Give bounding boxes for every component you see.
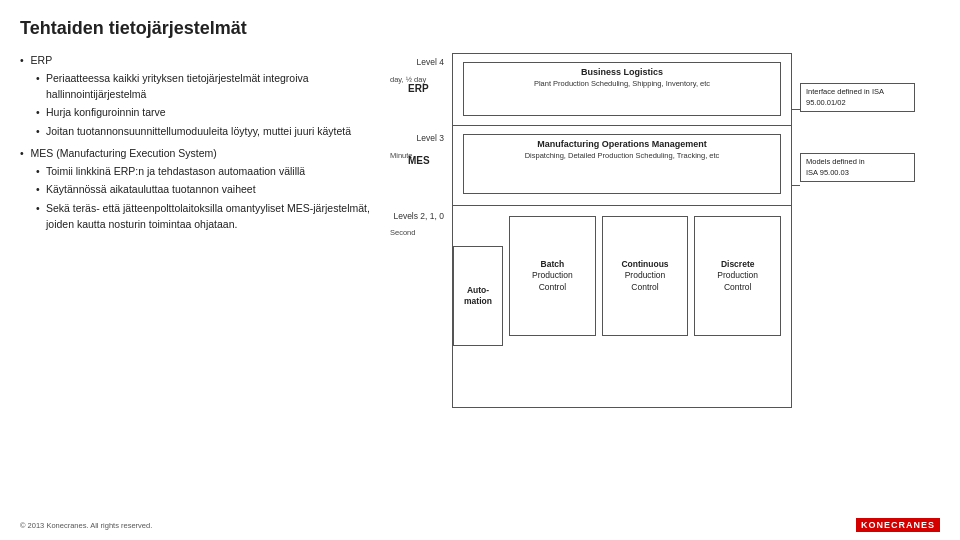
row-bottom: Auto-mation Batch Production Control [453, 206, 791, 409]
erp-subitem-2: Hurja konfiguroinnin tarve [36, 105, 370, 121]
row-mes: Manufacturing Operations Management Disp… [453, 126, 791, 206]
erp-subitems: Periaatteessa kaikki yrityksen tietojärj… [20, 71, 370, 140]
isa-diagram: Business Logistics Plant Production Sche… [390, 53, 920, 443]
annotation-isa-2: Models defined in ISA 95.00.03 [800, 153, 915, 182]
connector-line-2 [792, 185, 800, 186]
mes-subitem-3: Sekä teräs- että jätteenpolttolaitoksill… [36, 201, 370, 233]
list-item-erp: • ERP Periaatteessa kaikki yrityksen tie… [20, 53, 370, 140]
connector-line-1 [792, 109, 800, 110]
footer: © 2013 Konecranes. All rights reserved. … [20, 518, 940, 532]
left-text: • ERP Periaatteessa kaikki yrityksen tie… [20, 53, 370, 443]
level-labels: Level 4 Level 3 Levels 2, 1, 0 [390, 53, 448, 443]
level4-label: Level 4 [417, 57, 444, 67]
discrete-title: Discrete Production Control [717, 259, 758, 292]
mes-subitem-2: Käytännössä aikatauluttaa tuotannon vaih… [36, 182, 370, 198]
mes-subitem-1: Toimii linkkinä ERP:n ja tehdastason aut… [36, 164, 370, 180]
mes-box-subtitle: Dispatching, Detailed Production Schedul… [464, 151, 780, 160]
footer-copyright: © 2013 Konecranes. All rights reserved. [20, 521, 152, 530]
erp-box: Business Logistics Plant Production Sche… [463, 62, 781, 116]
time-label-second: Second [390, 228, 446, 237]
konecranes-logo-box: KONECRANES [856, 518, 940, 532]
batch-production-box: Batch Production Control [509, 216, 596, 336]
batch-title: Batch Production Control [532, 259, 573, 292]
list-item-mes: • MES (Manufacturing Execution System) T… [20, 146, 370, 233]
row-erp: Business Logistics Plant Production Sche… [453, 54, 791, 126]
level3-label: Level 3 [417, 133, 444, 143]
erp-subitem-3: Joitan tuotannonsuunnittellumoduuleita l… [36, 124, 370, 140]
levels210-label: Levels 2, 1, 0 [393, 211, 444, 221]
continuous-production-box: Continuous Production Control [602, 216, 689, 336]
mes-box-title: Manufacturing Operations Management [464, 135, 780, 151]
continuous-title: Continuous Production Control [621, 259, 668, 292]
mes-label-text: MES (Manufacturing Execution System) [31, 147, 217, 159]
page-container: Tehtaiden tietojärjestelmät • ERP Periaa… [0, 0, 960, 540]
erp-side-label: ERP [408, 83, 429, 94]
erp-subitem-1: Periaatteessa kaikki yrityksen tietojärj… [36, 71, 370, 103]
diagram-area: Business Logistics Plant Production Sche… [390, 53, 940, 443]
erp-label-text: ERP [31, 54, 53, 66]
annotation-isa-1: Interface defined in ISA 95.00.01/02 [800, 83, 915, 112]
production-boxes: Batch Production Control Continuous Prod… [509, 216, 781, 336]
mes-subitems: Toimii linkkinä ERP:n ja tehdastason aut… [20, 164, 370, 233]
erp-box-subtitle: Plant Production Scheduling, Shipping, I… [464, 79, 780, 88]
page-title: Tehtaiden tietojärjestelmät [20, 18, 940, 39]
mes-box: Manufacturing Operations Management Disp… [463, 134, 781, 194]
diagram-main-box: Business Logistics Plant Production Sche… [452, 53, 792, 408]
mes-side-label: MES [408, 155, 430, 166]
erp-box-title: Business Logistics [464, 63, 780, 79]
content-area: • ERP Periaatteessa kaikki yrityksen tie… [20, 53, 940, 443]
discrete-production-box: Discrete Production Control [694, 216, 781, 336]
konecranes-logo: KONECRANES [856, 518, 940, 532]
automation-label: Auto-mation [464, 285, 492, 307]
automation-label-box: Auto-mation [453, 246, 503, 346]
